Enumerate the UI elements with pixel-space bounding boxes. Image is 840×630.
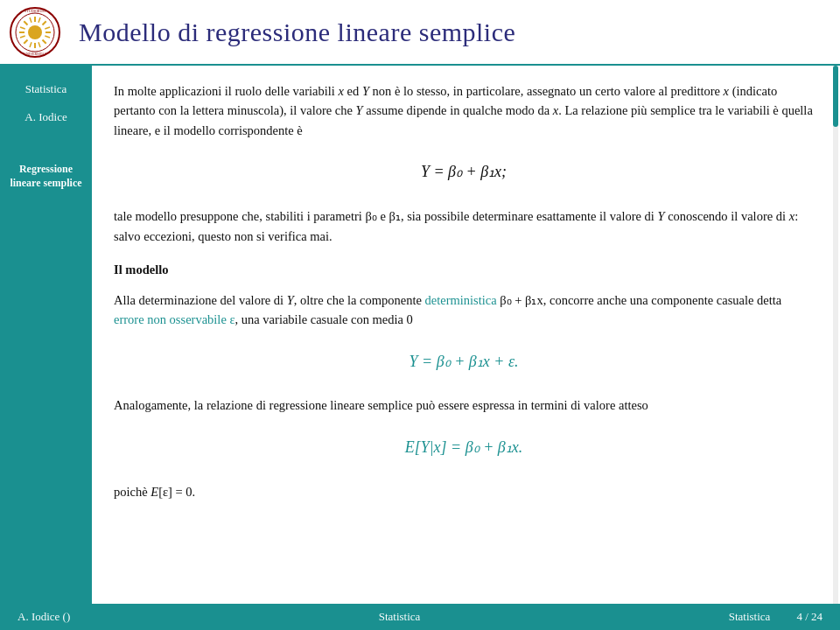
paragraph-3: Alla determinazione del valore di Y, olt… (114, 290, 814, 330)
svg-point-2 (28, 25, 42, 39)
svg-line-17 (30, 42, 32, 47)
text-deterministica: deterministica (425, 293, 497, 307)
sidebar: Statistica A. Iodice Regressione lineare… (0, 66, 92, 604)
svg-line-11 (30, 18, 32, 23)
svg-line-13 (20, 27, 25, 29)
svg-text:Y = β₀ + β₁x + ε.: Y = β₀ + β₁x + ε. (410, 353, 519, 370)
svg-line-16 (45, 36, 50, 38)
svg-line-14 (20, 36, 25, 38)
university-logo: UNIVERSITAS STUDIORUM (9, 6, 61, 59)
scroll-thumb[interactable] (833, 66, 838, 127)
svg-text:E[Y|x] = β₀ + β₁x.: E[Y|x] = β₀ + β₁x. (404, 438, 523, 456)
header: UNIVERSITAS STUDIORUM Modello di regress… (0, 0, 840, 66)
sidebar-item-regressione[interactable]: Regressione lineare semplice (7, 159, 85, 193)
svg-line-18 (38, 42, 40, 47)
main-area: Statistica A. Iodice Regressione lineare… (0, 66, 840, 604)
svg-line-7 (24, 21, 27, 24)
footer-page: 4 / 24 (796, 610, 822, 624)
svg-line-12 (38, 18, 40, 23)
section-label-il-modello: Il modello (114, 260, 814, 279)
svg-line-15 (45, 27, 50, 29)
formula-3: E[Y|x] = β₀ + β₁x. (114, 428, 814, 470)
svg-line-10 (43, 39, 46, 43)
paragraph-2: tale modello presuppone che, stabiliti i… (114, 206, 814, 246)
sidebar-course: Statistica (7, 79, 85, 100)
sidebar-author: A. Iodice (7, 107, 85, 128)
footer: A. Iodice () Statistica Statistica 4 / 2… (0, 604, 840, 630)
footer-right: Statistica 4 / 24 (729, 610, 822, 624)
scrollbar[interactable] (833, 66, 838, 604)
formula-2: Y = β₀ + β₁x + ε. (114, 342, 814, 384)
footer-statistica: Statistica (729, 610, 771, 624)
footer-center: Statistica (379, 610, 421, 624)
svg-line-8 (43, 21, 46, 24)
formula-1: Y = β₀ + β₁x; (114, 152, 814, 194)
paragraph-1: In molte applicazioni il ruolo delle var… (114, 81, 814, 140)
footer-course: Statistica (379, 610, 421, 623)
svg-text:Y = β₀ + β₁x;: Y = β₀ + β₁x; (421, 163, 507, 180)
paragraph-4: Analogamente, la relazione di regression… (114, 396, 814, 415)
footer-author: A. Iodice () (18, 610, 70, 624)
page-title: Modello di regressione lineare semplice (79, 18, 515, 47)
svg-text:UNIVERSITAS: UNIVERSITAS (24, 52, 46, 56)
svg-text:STUDIORUM: STUDIORUM (24, 9, 46, 13)
text-errore: errore non osservabile ε (114, 312, 235, 326)
svg-line-9 (24, 39, 27, 43)
footer-left: A. Iodice () (18, 610, 70, 624)
content-area: In molte applicazioni il ruolo delle var… (92, 66, 840, 604)
paragraph-5: poichè E[ε] = 0. (114, 482, 814, 501)
